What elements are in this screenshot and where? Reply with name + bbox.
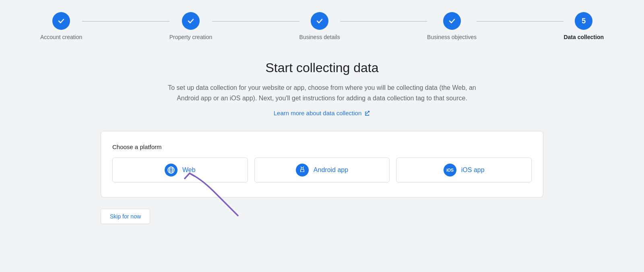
- svg-rect-10: [301, 170, 303, 172]
- connector-2: [212, 21, 299, 22]
- step-1-label: Account creation: [40, 34, 82, 40]
- android-platform-button[interactable]: Android app: [254, 158, 390, 183]
- page-description: To set up data collection for your websi…: [165, 83, 479, 103]
- svg-point-7: [303, 168, 303, 169]
- learn-more-link[interactable]: Learn more about data collection: [274, 110, 370, 116]
- web-icon: [165, 164, 178, 176]
- platform-buttons: Web Android app: [112, 158, 532, 183]
- step-account-creation: Account creation: [40, 12, 82, 40]
- page-title: Start collecting data: [265, 60, 378, 75]
- step-4-circle: [443, 12, 461, 30]
- platform-section-label: Choose a platform: [112, 143, 532, 150]
- ios-text: iOS: [446, 168, 453, 172]
- step-5-label: Data collection: [564, 34, 604, 40]
- ios-icon: iOS: [444, 164, 456, 176]
- step-3-circle: [311, 12, 328, 30]
- connector-1: [82, 21, 169, 22]
- ios-label: iOS app: [461, 166, 485, 174]
- external-link-icon: [364, 110, 370, 116]
- web-label: Web: [182, 166, 196, 174]
- step-5-circle: 5: [575, 12, 592, 30]
- main-content: Start collecting data To set up data col…: [101, 60, 543, 224]
- step-2-label: Property creation: [169, 34, 213, 40]
- connector-4: [477, 21, 564, 22]
- step-3-label: Business details: [299, 34, 340, 40]
- step-business-objectives: Business objectives: [427, 12, 477, 40]
- connector-3: [340, 21, 427, 22]
- web-platform-button[interactable]: Web: [112, 158, 248, 183]
- skip-for-now-button[interactable]: Skip for now: [101, 209, 150, 224]
- learn-more-label: Learn more about data collection: [274, 110, 361, 116]
- android-label: Android app: [314, 166, 348, 174]
- stepper: Account creation Property creation Busin…: [40, 12, 604, 40]
- svg-line-9: [303, 167, 304, 168]
- step-5-number: 5: [582, 17, 586, 25]
- android-icon: [296, 164, 309, 176]
- svg-line-8: [301, 167, 301, 168]
- step-business-details: Business details: [299, 12, 340, 40]
- ios-platform-button[interactable]: iOS iOS app: [396, 158, 532, 183]
- svg-point-6: [301, 168, 302, 169]
- globe-icon: [167, 166, 175, 174]
- bottom-row: Skip for now: [101, 209, 543, 224]
- step-data-collection: 5 Data collection: [564, 12, 604, 40]
- step-2-circle: [182, 12, 200, 30]
- android-robot-icon: [298, 166, 306, 174]
- step-1-circle: [52, 12, 70, 30]
- step-4-label: Business objectives: [427, 34, 477, 40]
- platform-card: Choose a platform Web: [101, 131, 543, 197]
- step-property-creation: Property creation: [169, 12, 213, 40]
